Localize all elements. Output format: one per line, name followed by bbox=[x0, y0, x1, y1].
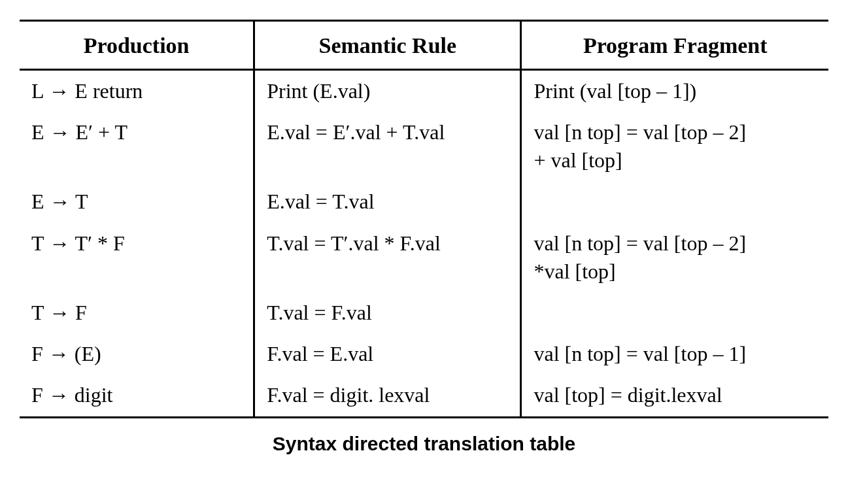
cell-semantic: Print (E.val) bbox=[254, 69, 521, 112]
cell-production: T → F bbox=[20, 292, 254, 333]
cell-semantic: F.val = digit. lexval bbox=[254, 375, 521, 417]
cell-production: E → E′ + T bbox=[20, 112, 254, 181]
cell-production: F → (E) bbox=[20, 333, 254, 375]
cell-fragment: val [top] = digit.lexval bbox=[521, 375, 828, 417]
header-production: Production bbox=[20, 21, 254, 70]
cell-fragment: val [n top] = val [top – 2] + val [top] bbox=[521, 112, 828, 181]
cell-semantic: T.val = T′.val * F.val bbox=[254, 223, 521, 292]
table-row: L → E return Print (E.val) Print (val [t… bbox=[20, 69, 828, 112]
table-row: F → (E) F.val = E.val val [n top] = val … bbox=[20, 333, 828, 375]
header-fragment: Program Fragment bbox=[521, 21, 828, 70]
cell-production: E → T bbox=[20, 181, 254, 222]
cell-production: F → digit bbox=[20, 375, 254, 417]
cell-semantic: T.val = F.val bbox=[254, 292, 521, 333]
syntax-translation-table: Production Semantic Rule Program Fragmen… bbox=[20, 20, 828, 418]
cell-semantic: E.val = E′.val + T.val bbox=[254, 112, 521, 181]
table-row: E → E′ + T E.val = E′.val + T.val val [n… bbox=[20, 112, 828, 181]
table-row: E → T E.val = T.val bbox=[20, 181, 828, 222]
cell-semantic: E.val = T.val bbox=[254, 181, 521, 222]
cell-production: L → E return bbox=[20, 69, 254, 112]
cell-fragment bbox=[521, 181, 828, 222]
cell-fragment bbox=[521, 292, 828, 333]
syntax-table-container: Production Semantic Rule Program Fragmen… bbox=[20, 20, 828, 455]
cell-fragment: val [n top] = val [top – 2] *val [top] bbox=[521, 223, 828, 292]
table-caption: Syntax directed translation table bbox=[20, 433, 828, 455]
table-row: F → digit F.val = digit. lexval val [top… bbox=[20, 375, 828, 417]
cell-production: T → T′ * F bbox=[20, 223, 254, 292]
table-header-row: Production Semantic Rule Program Fragmen… bbox=[20, 21, 828, 70]
cell-fragment: val [n top] = val [top – 1] bbox=[521, 333, 828, 375]
cell-fragment: Print (val [top – 1]) bbox=[521, 69, 828, 112]
table-row: T → F T.val = F.val bbox=[20, 292, 828, 333]
header-semantic: Semantic Rule bbox=[254, 21, 521, 70]
cell-semantic: F.val = E.val bbox=[254, 333, 521, 375]
table-row: T → T′ * F T.val = T′.val * F.val val [n… bbox=[20, 223, 828, 292]
